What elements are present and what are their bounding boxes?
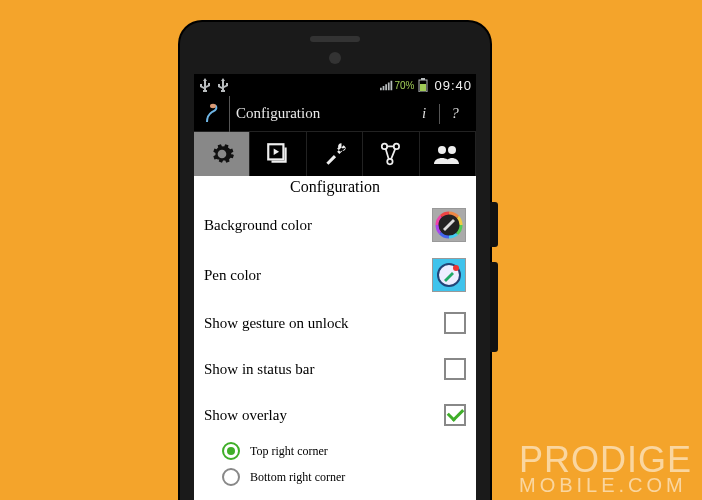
radio-top-right[interactable] xyxy=(222,442,240,460)
watermark-line2: MOBILE.COM xyxy=(519,476,692,494)
checkbox-show-statusbar[interactable] xyxy=(444,358,466,380)
color-picker-pen[interactable] xyxy=(432,258,466,292)
row-show-gesture[interactable]: Show gesture on unlock xyxy=(194,300,476,346)
svg-point-3 xyxy=(210,103,216,107)
phone-camera xyxy=(329,52,341,64)
tab-users[interactable] xyxy=(420,132,476,176)
phone-button xyxy=(490,262,498,352)
section-title: Configuration xyxy=(194,176,476,200)
app-icon[interactable] xyxy=(194,96,230,132)
color-picker-background[interactable] xyxy=(432,208,466,242)
play-stack-icon xyxy=(265,141,291,167)
watermark: PRODIGE MOBILE.COM xyxy=(519,444,692,494)
svg-point-5 xyxy=(382,144,387,149)
svg-point-8 xyxy=(438,146,446,154)
usb-icon xyxy=(198,78,212,92)
watermark-line1: PRODIGE xyxy=(519,444,692,476)
row-background-color[interactable]: Background color xyxy=(194,200,476,250)
screen: 70% 09:40 Configuration i ? xyxy=(194,74,476,500)
row-show-statusbar[interactable]: Show in status bar xyxy=(194,346,476,392)
label-pen-color: Pen color xyxy=(204,267,432,284)
clock: 09:40 xyxy=(434,78,472,93)
content-area: Configuration Background color xyxy=(194,176,476,500)
battery-icon xyxy=(416,78,430,92)
label-top-right: Top right corner xyxy=(250,444,328,459)
help-button[interactable]: ? xyxy=(446,105,464,122)
svg-point-12 xyxy=(453,265,459,271)
pen-color-icon xyxy=(435,261,463,289)
nodes-icon xyxy=(378,141,404,167)
tab-settings[interactable] xyxy=(194,132,250,176)
label-show-statusbar: Show in status bar xyxy=(204,361,444,378)
tab-graph[interactable] xyxy=(363,132,419,176)
checkbox-show-gesture[interactable] xyxy=(444,312,466,334)
title-bar: Configuration i ? xyxy=(194,96,476,132)
battery-percent: 70% xyxy=(394,80,414,91)
row-pen-color[interactable]: Pen color xyxy=(194,250,476,300)
phone-speaker xyxy=(310,36,360,42)
people-icon xyxy=(433,141,461,167)
usb-icon xyxy=(216,78,230,92)
tab-tools[interactable] xyxy=(307,132,363,176)
radio-row-bottom-right[interactable]: Bottom right corner xyxy=(194,464,476,490)
phone-button xyxy=(490,202,498,247)
svg-point-9 xyxy=(448,146,456,154)
signal-icon xyxy=(380,78,394,92)
svg-rect-2 xyxy=(420,84,426,91)
color-wheel-icon xyxy=(435,211,463,239)
label-show-gesture: Show gesture on unlock xyxy=(204,315,444,332)
label-bottom-right: Bottom right corner xyxy=(250,470,345,485)
label-background-color: Background color xyxy=(204,217,432,234)
info-button[interactable]: i xyxy=(415,105,433,122)
tab-media[interactable] xyxy=(250,132,306,176)
radio-bottom-right[interactable] xyxy=(222,468,240,486)
label-show-overlay: Show overlay xyxy=(204,407,444,424)
tab-bar xyxy=(194,132,476,176)
gear-icon xyxy=(209,141,235,167)
status-bar: 70% 09:40 xyxy=(194,74,476,96)
row-show-overlay[interactable]: Show overlay xyxy=(194,392,476,438)
svg-rect-1 xyxy=(421,78,425,80)
radio-row-top-right[interactable]: Top right corner xyxy=(194,438,476,464)
tools-icon xyxy=(322,141,348,167)
page-title: Configuration xyxy=(236,105,409,122)
phone-frame: 70% 09:40 Configuration i ? xyxy=(180,22,490,500)
checkbox-show-overlay[interactable] xyxy=(444,404,466,426)
